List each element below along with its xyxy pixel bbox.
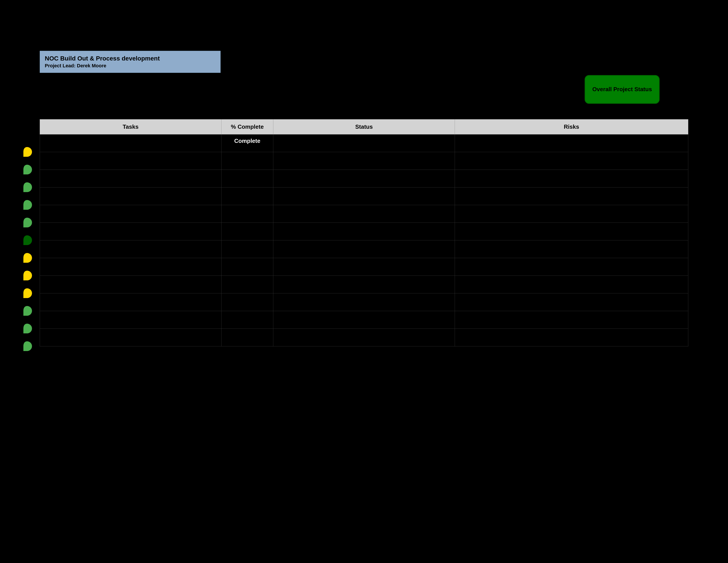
indicator-row <box>22 337 33 355</box>
col-header-risks: Risks <box>455 119 688 134</box>
table-row: Complete <box>40 134 688 152</box>
indicator-row <box>22 231 33 249</box>
table-row <box>40 152 688 170</box>
indicator-row <box>22 143 33 161</box>
indicator-row <box>22 214 33 231</box>
project-lead-label: Project Lead: <box>45 63 75 68</box>
indicator-row <box>22 320 33 337</box>
table-row <box>40 311 688 329</box>
project-lead-name: Derek Moore <box>77 63 106 68</box>
project-header: NOC Build Out & Process development Proj… <box>40 51 221 73</box>
indicator-row <box>22 249 33 267</box>
project-lead: Project Lead: Derek Moore <box>45 63 216 69</box>
table-row <box>40 205 688 223</box>
table-row <box>40 329 688 347</box>
overall-status-button[interactable]: Overall Project Status <box>585 75 660 104</box>
table-row <box>40 276 688 294</box>
tasks-table-container: Tasks % Complete Status Risks Complete <box>40 119 688 347</box>
table-row <box>40 187 688 205</box>
col-header-complete: % Complete <box>221 119 273 134</box>
table-row <box>40 170 688 187</box>
indicator-row <box>22 302 33 320</box>
table-header-row: Tasks % Complete Status Risks <box>40 119 688 134</box>
indicator-row <box>22 196 33 214</box>
indicator-row <box>22 267 33 285</box>
indicator-row <box>22 178 33 196</box>
col-header-status: Status <box>273 119 455 134</box>
table-row <box>40 294 688 311</box>
table-row <box>40 223 688 240</box>
table-row <box>40 240 688 258</box>
indicators-column <box>22 143 33 355</box>
project-title: NOC Build Out & Process development <box>45 55 216 62</box>
col-header-tasks: Tasks <box>40 119 221 134</box>
indicator-row <box>22 285 33 302</box>
overall-status-label: Overall Project Status <box>592 86 652 93</box>
tasks-table: Tasks % Complete Status Risks Complete <box>40 119 688 347</box>
indicator-row <box>22 161 33 178</box>
table-row <box>40 258 688 276</box>
